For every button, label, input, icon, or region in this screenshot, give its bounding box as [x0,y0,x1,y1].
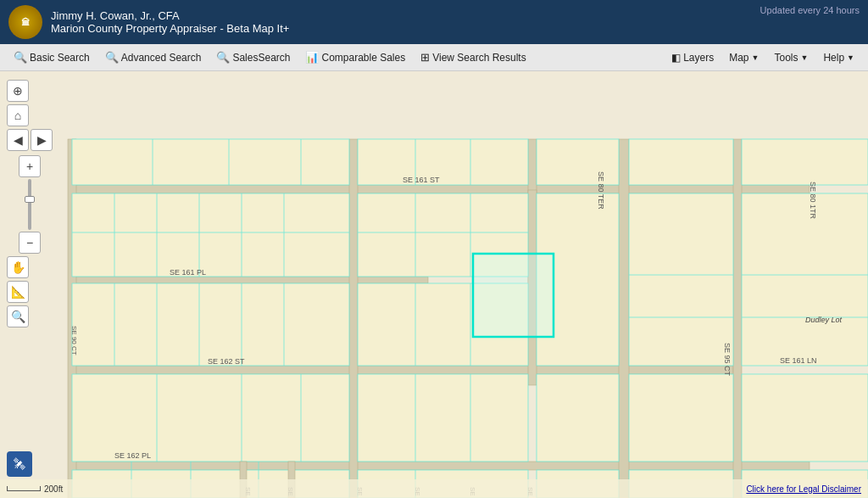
zoom-out-button[interactable]: − [19,232,41,254]
svg-text:SE 80 TER: SE 80 TER [597,171,605,210]
svg-rect-15 [72,193,349,277]
svg-rect-57 [629,374,733,462]
scale-indicator: 200ft [7,484,63,494]
app-logo: 🏛 [8,5,42,39]
zoom-handle[interactable] [25,196,35,203]
advanced-search-icon: 🔍 [105,51,119,64]
app-header: 🏛 Jimmy H. Cowan, Jr., CFA Marion County… [0,0,868,44]
svg-rect-53 [629,139,733,185]
svg-rect-2 [72,277,428,283]
svg-text:SE 161 PL: SE 161 PL [170,268,206,277]
sales-search-button[interactable]: 🔍 SalesSearch [209,48,297,66]
zoom-in-button[interactable]: + [19,155,41,177]
layers-icon: ◧ [671,52,681,64]
map-dropdown-arrow: ▼ [752,53,760,62]
disclaimer-link[interactable]: Click here for Legal Disclaimer [746,484,861,494]
zoom-slider-container: + − [7,155,53,254]
map-container[interactable]: SE 161 ST SE 161 PL SE 162 ST SE 162 PL … [0,71,868,498]
svg-text:SE 161 LN: SE 161 LN [780,356,817,365]
satellite-symbol: 🛰 [14,457,25,471]
scale-label: 200ft [44,484,63,494]
logo-text: 🏛 [21,18,30,27]
help-button[interactable]: Help ▼ [816,49,861,66]
svg-rect-11 [72,139,349,185]
view-results-button[interactable]: ⊞ View Search Results [414,48,533,66]
svg-rect-9 [619,139,629,498]
svg-rect-54 [629,193,733,366]
svg-rect-60 [742,193,868,366]
satellite-icon[interactable]: 🛰 [7,451,32,477]
basic-search-button[interactable]: 🔍 Basic Search [7,48,97,66]
grid-icon: ⊞ [420,51,430,64]
svg-text:SE 162 PL: SE 162 PL [114,451,151,460]
chart-icon: 📊 [305,51,319,64]
svg-text:SE 90 CT: SE 90 CT [70,326,78,355]
advanced-search-button[interactable]: 🔍 Advanced Search [98,48,209,66]
header-title-block: Jimmy H. Cowan, Jr., CFA Marion County P… [51,9,289,35]
layers-button[interactable]: ◧ Layers [665,49,721,66]
tools-button[interactable]: Tools ▼ [767,49,815,66]
update-status: Updated every 24 hours [760,5,860,15]
svg-text:SE 95 CT: SE 95 CT [723,343,732,377]
locate-button[interactable]: ⊕ [7,80,29,102]
comparable-sales-button[interactable]: 📊 Comparable Sales [298,48,412,66]
map-controls: ⊕ ⌂ ◀ ▶ + − ✋ 📐 🔍 [7,80,53,327]
pan-tool-button[interactable]: ✋ [7,256,29,278]
svg-rect-50 [473,254,554,337]
pan-left-button[interactable]: ◀ [7,129,29,151]
svg-rect-4 [72,462,810,470]
map-svg: SE 161 ST SE 161 PL SE 162 ST SE 162 PL … [0,71,868,498]
search-icon: 🔍 [14,51,27,64]
svg-rect-33 [358,139,528,185]
svg-rect-43 [358,374,528,462]
sales-icon: 🔍 [216,51,230,64]
svg-rect-22 [72,283,349,366]
zoom-bar[interactable] [28,179,31,230]
svg-text:SE 162 ST: SE 162 ST [208,357,245,366]
tools-dropdown-arrow: ▼ [800,53,808,62]
svg-text:SE 161 ST: SE 161 ST [403,176,440,184]
svg-rect-48 [537,139,619,185]
svg-rect-59 [742,139,868,185]
help-dropdown-arrow: ▼ [847,53,854,62]
app-subtitle: Marion County Property Appraiser - Beta … [51,22,289,35]
scale-bar [7,486,41,491]
app-name: Jimmy H. Cowan, Jr., CFA [51,9,289,22]
nav-arrows: ◀ ▶ [7,129,53,151]
svg-text:Dudley Lot: Dudley Lot [805,316,843,324]
bottom-bar: 200ft Click here for Legal Disclaimer [0,479,868,498]
svg-rect-28 [72,374,349,462]
svg-rect-10 [733,139,742,498]
right-toolbar: ◧ Layers Map ▼ Tools ▼ Help ▼ [665,49,861,66]
main-toolbar: 🔍 Basic Search 🔍 Advanced Search 🔍 Sales… [0,44,868,71]
pan-right-button[interactable]: ▶ [31,129,53,151]
svg-rect-6 [349,139,358,498]
svg-rect-63 [742,374,868,462]
search-location-button[interactable]: 🔍 [7,305,29,327]
svg-rect-1 [72,185,810,193]
svg-rect-51 [537,374,619,462]
home-button[interactable]: ⌂ [7,104,29,126]
measure-button[interactable]: 📐 [7,281,29,303]
svg-text:SE 80 1TR: SE 80 1TR [809,182,817,220]
svg-rect-3 [72,366,733,374]
map-button[interactable]: Map ▼ [722,49,765,66]
